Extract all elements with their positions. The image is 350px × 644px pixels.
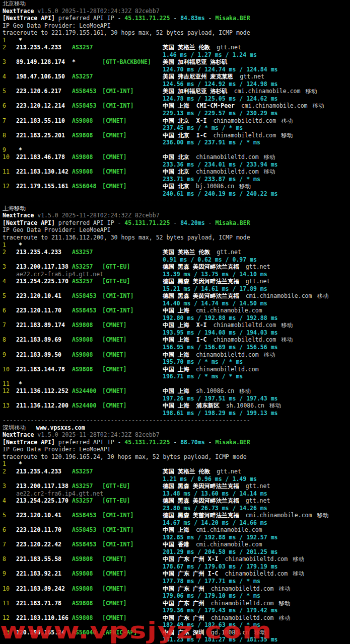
hop-latency-row: ae22.cr2-fra6.ip4.gtt.net13.39 ms / 13.7… [0, 271, 350, 278]
hop-row: 11221.183.130.142AS9808[CMNET]中国 北京china… [0, 168, 350, 176]
hop-location: 中国 广东 广州 I-C [163, 570, 219, 577]
hop-number: 5 [3, 88, 6, 95]
hop-hostname: chinamobileltd.com [225, 570, 288, 577]
hop-rtt-wrap: 15.21 ms / 14.61 ms / 17.89 ms [163, 285, 267, 293]
hop-row: 8221.183.89.69AS9808[CMNET]中国 上海 I-Cchin… [0, 336, 350, 344]
hop-asn: AS3257 [72, 497, 93, 505]
hop-geo: 中国 北京bj.10086.cn移动 [163, 183, 251, 190]
hop-rtt-wrap: 124.56 ms / 124.92 ms / 124.98 ms [163, 80, 277, 88]
hop-ip: 198.47.106.150 [16, 73, 65, 80]
hop-asn: AS9808 [72, 336, 93, 344]
hop-ip: 221.179.155.161 [16, 183, 68, 190]
hop-latency-row: 179.36 ms / 179.43 ms / 179.42 ms [0, 607, 350, 614]
version-line: NextTrace v1.5.0 2025-11-28T02:24:32Z 82… [0, 212, 350, 219]
hop-rtt: 192.80 ms / 192.88 ms / 192.88 ms [163, 314, 277, 321]
hop-geo: 中国 广东 广州 I-Cchinamobileltd.com移动 [163, 570, 304, 578]
geo-provider: IP Geo Data Provider: LeoMoeAPI [3, 446, 111, 453]
hop-rdns: ae22.cr2-fra6.ip4.gtt.net [16, 490, 103, 498]
section-label-2: 深圳移动 www.vpsxxs.com [0, 424, 350, 432]
hop-rtt-wrap: 0.91 ms / 0.62 ms / 0.97 ms [163, 256, 257, 264]
hop-rtt: 233.36 ms / 234.01 ms / 233.94 ms [163, 161, 277, 168]
section-separator: ----------------------------------------… [0, 197, 350, 205]
hop-row: 4198.47.106.150AS3257美国 弗吉尼亚州 麦克莱恩gtt.ne… [0, 73, 350, 80]
hop-number: 7 [3, 541, 6, 548]
hop-row: 9* [0, 146, 350, 154]
hop-number: 7 [3, 321, 6, 329]
hop-latency-row: 15.21 ms / 14.61 ms / 17.89 ms [0, 285, 350, 293]
hop-number: 10 [3, 153, 10, 161]
hop-row: 4213.254.225.170AS3257[GTT-EU]德国 黑森 美因河畔… [0, 278, 350, 285]
hop-number: 7 [3, 117, 6, 125]
hop-row: 2213.235.4.233AS3257英国 英格兰 伦敦gtt.net [0, 468, 350, 475]
hop-geo: 中国 上海 浦东新区sh.10086.cn移动 [163, 402, 281, 410]
hop-location: 中国 广东 广州 [163, 585, 204, 592]
hop-location: 中国 上海 [163, 366, 189, 373]
hop-geo: 中国 上海chinamobileltd.com [163, 366, 259, 373]
hop-rtt: 13.48 ms / 13.60 ms / 14.14 ms [163, 490, 267, 497]
hop-number: 9 [3, 570, 6, 578]
hop-carrier: 移动 [278, 600, 290, 607]
hop-row: 3213.200.117.138AS3257[GTT-EU]德国 黑森 美因河畔… [0, 482, 350, 490]
hop-carrier: 移动 [269, 402, 281, 409]
hop-hostname: cmi.chinamobile.com [246, 512, 312, 519]
hop-hostname: chinamobileltd.com [214, 336, 276, 343]
hop-rtt: 236.00 ms / 237.91 ms / * ms [163, 139, 260, 146]
hop-latency-row: 233.36 ms / 234.01 ms / 233.94 ms [0, 161, 350, 169]
hop-location: 英国 英格兰 伦敦 [163, 468, 210, 475]
hop-network-tag: [GTT-EU] [102, 278, 130, 285]
hop-rtt: 23.80 ms / 26.73 ms / 14.26 ms [163, 505, 267, 512]
hop-rtt-wrap: 178.67 ms / 179.03 ms / 179.19 ms [163, 563, 277, 571]
hop-location: 中国 北京 I-C [163, 132, 207, 139]
hop-asn: AS58453 [72, 307, 96, 314]
hop-number: 4 [3, 497, 6, 505]
api-ip: 45.131.71.225 [124, 439, 170, 446]
hop-rtt: 233.71 ms / 233.87 ms / * ms [163, 176, 260, 183]
section-site-label: www.vpsxxs.com [26, 424, 85, 431]
hop-rtt-wrap: 124.70 ms / 124.74 ms / 124.84 ms [163, 66, 277, 73]
hop-number: 6 [3, 526, 6, 534]
hop-row: 8221.183.25.201AS9808[CMNET]中国 北京 I-Cchi… [0, 132, 350, 139]
hop-carrier: 移动 [264, 168, 275, 175]
hop-asn: AS9808 [72, 570, 93, 578]
hop-rtt: 124.70 ms / 124.74 ms / 124.84 ms [163, 66, 277, 73]
hop-ip: 223.120.11.70 [16, 307, 61, 314]
hop-location: 美国 加利福尼亚 洛杉矶 [163, 88, 228, 95]
hop-asn: AS3257 [72, 482, 93, 490]
dash: - [205, 219, 216, 226]
hop-rtt: 192.85 ms / 192.88 ms / 192.57 ms [163, 534, 277, 541]
hop-hostname: chinamobileltd.com [211, 585, 274, 592]
hop-rtt-wrap: 240.61 ms / 240.19 ms / 240.22 ms [163, 190, 277, 198]
trace-info-line: traceroute to 221.179.155.161, 30 hops m… [0, 29, 350, 37]
hop-latency-row: 201.29 ms / 204.58 ms / 201.25 ms [0, 548, 350, 556]
hop-number: 4 [3, 278, 6, 285]
hop-asn: AS58453 [72, 292, 96, 300]
hop-network-tag: [CMNET] [102, 614, 126, 622]
hop-number: 8 [3, 555, 6, 563]
hop-hostname: chinamobileltd.com [196, 153, 259, 160]
hop-row: 9221.183.92.21AS9808[CMNET]中国 广东 广州 I-Cc… [0, 570, 350, 578]
hop-geo: 中国 广东 广州chinamobileltd.com移动 [163, 600, 290, 607]
hop-row: 1* [0, 37, 350, 44]
dash: - [170, 15, 180, 22]
hop-asn: AS24400 [72, 402, 96, 410]
hop-number: 3 [3, 482, 6, 490]
hop-row: 12221.183.110.166AS9808[CMNET]中国 广东 广州ch… [0, 614, 350, 622]
hop-asn: AS9808 [72, 168, 93, 176]
hop-row: 11221.183.71.78AS9808[CMNET]中国 广东 广州chin… [0, 600, 350, 607]
hop-hostname: cmi.chinamobile.com [246, 292, 312, 299]
hop-geo: 德国 黑森 美茵河畔法兰克福cmi.chinamobile.com移动 [163, 512, 328, 519]
hop-timeout: * [19, 37, 22, 44]
hop-location: 中国 上海 浦东新区 [163, 402, 220, 409]
dash: - [170, 219, 180, 226]
api-text: preferred API IP - [55, 439, 124, 446]
hop-latency-row: 0.91 ms / 0.62 ms / 0.97 ms [0, 256, 350, 264]
hop-hostname: cmi.chinamobile.com [241, 102, 308, 109]
hop-asn: AS3257 [72, 468, 93, 475]
hop-hostname: gtt.net [246, 263, 270, 270]
hop-asn: AS9808 [72, 585, 93, 593]
hop-geo: 中国 上海sh.10086.cn移动 [163, 387, 251, 395]
hop-number: 8 [3, 132, 6, 139]
hop-ip: 221.183.89.174 [16, 321, 65, 329]
hop-location: 中国 北京 [163, 183, 189, 190]
geo-provider: IP Geo Data Provider: LeoMoeAPI [3, 226, 111, 233]
